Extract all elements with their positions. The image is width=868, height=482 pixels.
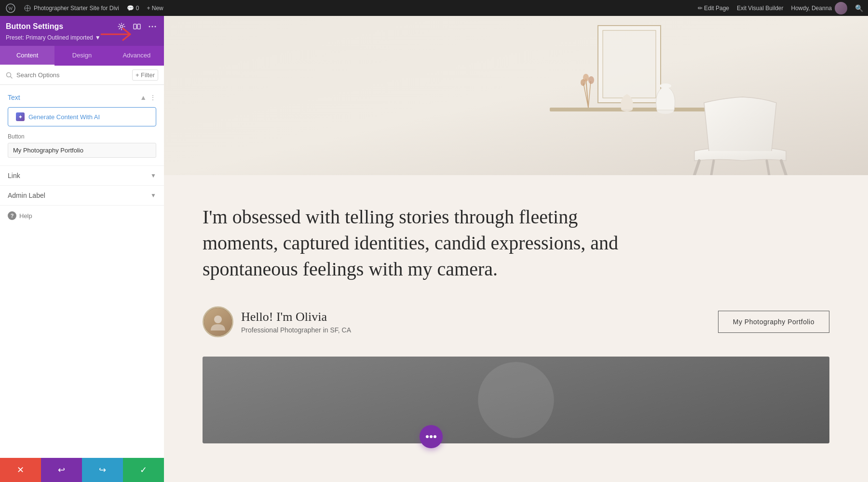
profile-row: Hello! I'm Olivia Professional Photograp… bbox=[203, 306, 829, 337]
bottom-bar: ✕ ↩ ↪ ✓ bbox=[0, 458, 164, 482]
filter-button[interactable]: + Filter bbox=[132, 69, 158, 81]
profile-text: Hello! I'm Olivia Professional Photograp… bbox=[241, 310, 351, 334]
hero-illustration bbox=[164, 16, 868, 175]
tab-content[interactable]: Content bbox=[0, 46, 54, 66]
profile-avatar bbox=[203, 306, 233, 337]
panel-content: Text ▲ ⋮ ✦ Generate Content With AI Butt… bbox=[0, 85, 164, 482]
tab-design[interactable]: Design bbox=[54, 46, 109, 66]
search-bar: + Filter bbox=[0, 66, 164, 85]
panel-header: Button Settings bbox=[0, 16, 164, 46]
section-controls: ▲ ⋮ bbox=[140, 94, 156, 101]
tab-advanced[interactable]: Advanced bbox=[109, 46, 164, 66]
link-section: Link ▼ bbox=[0, 165, 164, 185]
svg-point-7 bbox=[152, 26, 153, 28]
bottom-thumbnail bbox=[203, 357, 829, 443]
svg-point-8 bbox=[155, 26, 156, 28]
text-section-title: Text bbox=[8, 94, 20, 101]
svg-rect-12 bbox=[603, 30, 656, 98]
site-name[interactable]: Photographer Starter Site for Divi bbox=[24, 5, 119, 12]
profile-info: Hello! I'm Olivia Professional Photograp… bbox=[203, 306, 351, 337]
panel-header-icons bbox=[116, 21, 158, 32]
admin-label-section-title: Admin Label bbox=[8, 192, 45, 199]
admin-bar: W Photographer Starter Site for Divi 💬 0… bbox=[0, 0, 868, 16]
content-section: I'm obsessed with telling stories throug… bbox=[164, 175, 868, 357]
cancel-button[interactable]: ✕ bbox=[0, 458, 41, 482]
admin-label-section-header[interactable]: Admin Label ▼ bbox=[0, 186, 164, 205]
help-button[interactable]: ? Help bbox=[8, 211, 156, 220]
save-button[interactable]: ✓ bbox=[123, 458, 164, 482]
panel-tabs: Content Design Advanced bbox=[0, 46, 164, 66]
button-field-group: Button bbox=[0, 129, 164, 164]
svg-point-27 bbox=[214, 316, 222, 323]
section-more-icon[interactable]: ⋮ bbox=[149, 94, 156, 101]
search-icon[interactable]: 🔍 bbox=[855, 4, 863, 12]
preset-selector[interactable]: Preset: Primary Outlined imported ▼ bbox=[6, 34, 158, 41]
user-avatar bbox=[835, 2, 847, 14]
link-section-title: Link bbox=[8, 172, 20, 179]
profile-title: Professional Photographer in SF, CA bbox=[241, 326, 351, 334]
portfolio-button[interactable]: My Photography Portfolio bbox=[718, 311, 829, 333]
wp-logo-icon[interactable]: W bbox=[5, 2, 16, 14]
settings-panel: Button Settings bbox=[0, 16, 164, 482]
new-content-button[interactable]: + New bbox=[147, 5, 163, 12]
svg-point-32 bbox=[434, 435, 436, 438]
svg-point-6 bbox=[149, 26, 150, 28]
link-section-header[interactable]: Link ▼ bbox=[0, 166, 164, 185]
svg-point-3 bbox=[121, 26, 123, 28]
collapse-icon[interactable]: ▲ bbox=[140, 94, 147, 101]
help-icon: ? bbox=[8, 211, 16, 220]
text-section: Text ▲ ⋮ ✦ Generate Content With AI Butt… bbox=[0, 91, 164, 164]
redo-button[interactable]: ↪ bbox=[82, 458, 123, 482]
hero-image bbox=[164, 16, 868, 175]
generate-content-ai-button[interactable]: ✦ Generate Content With AI bbox=[8, 107, 156, 126]
button-text-input[interactable] bbox=[8, 143, 156, 158]
admin-label-section: Admin Label ▼ bbox=[0, 185, 164, 205]
edit-page-button[interactable]: ✏ Edit Page bbox=[698, 5, 729, 12]
undo-button[interactable]: ↩ bbox=[41, 458, 82, 482]
search-icon bbox=[6, 72, 13, 79]
search-options-input[interactable] bbox=[16, 71, 128, 79]
button-field-label: Button bbox=[8, 133, 156, 140]
chevron-down-icon: ▼ bbox=[150, 192, 156, 199]
user-info: Howdy, Deanna bbox=[791, 2, 848, 14]
main-quote: I'm obsessed with telling stories throug… bbox=[203, 204, 637, 282]
comments-link[interactable]: 💬 0 bbox=[127, 5, 139, 12]
exit-visual-builder-button[interactable]: Exit Visual Builder bbox=[737, 5, 784, 12]
svg-point-29 bbox=[478, 362, 554, 438]
main-layout: Button Settings bbox=[0, 16, 868, 482]
panel-settings-icon[interactable] bbox=[116, 21, 127, 32]
panel-more-icon[interactable] bbox=[147, 21, 158, 32]
website-preview: I'm obsessed with telling stories throug… bbox=[164, 16, 868, 482]
svg-text:W: W bbox=[8, 6, 13, 11]
panel-columns-icon[interactable] bbox=[131, 21, 143, 32]
svg-point-21 bbox=[581, 79, 585, 86]
floating-action-button[interactable] bbox=[420, 425, 443, 448]
panel-title: Button Settings bbox=[6, 22, 63, 31]
svg-point-31 bbox=[430, 435, 433, 438]
help-section: ? Help bbox=[0, 205, 164, 226]
profile-name: Hello! I'm Olivia bbox=[241, 310, 351, 324]
ai-icon: ✦ bbox=[16, 112, 25, 121]
chevron-down-icon: ▼ bbox=[150, 172, 156, 179]
svg-point-22 bbox=[588, 76, 594, 84]
svg-point-15 bbox=[660, 83, 671, 88]
svg-point-30 bbox=[426, 435, 429, 438]
svg-rect-4 bbox=[134, 24, 136, 29]
svg-rect-5 bbox=[137, 24, 140, 29]
text-section-header[interactable]: Text ▲ ⋮ bbox=[0, 91, 164, 104]
